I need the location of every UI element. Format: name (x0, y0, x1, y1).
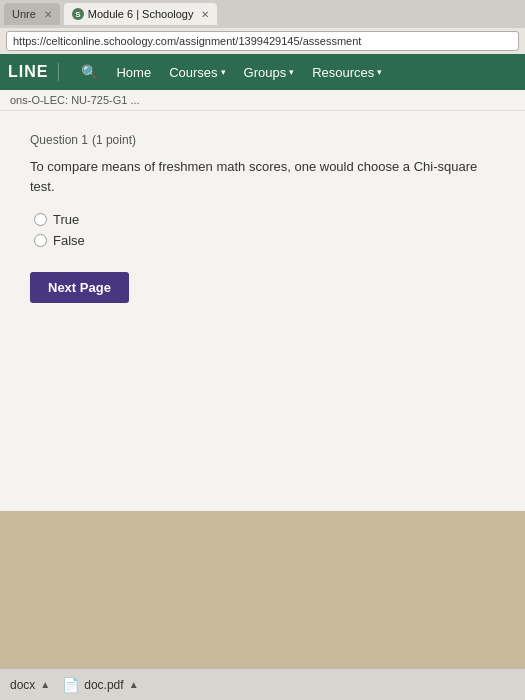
schoology-tab-icon: S (72, 8, 84, 20)
tab-inactive[interactable]: Unre ✕ (4, 3, 60, 25)
tab-inactive-label: Unre (12, 8, 36, 20)
nav-groups-label: Groups (244, 65, 287, 80)
groups-dropdown-icon: ▾ (289, 67, 294, 77)
nav-courses-label: Courses (169, 65, 217, 80)
taskbar-docx[interactable]: docx ▲ (10, 678, 50, 692)
tab-active[interactable]: S Module 6 | Schoology ✕ (64, 3, 218, 25)
search-icon[interactable]: 🔍 (81, 64, 98, 80)
address-bar-row: https://celticonline.schoology.com/assig… (0, 28, 525, 54)
question-points: (1 point) (92, 133, 136, 147)
docx-label: docx (10, 678, 35, 692)
pdf-label: doc.pdf (84, 678, 123, 692)
docx-arrow-icon: ▲ (40, 679, 50, 690)
nav-bar: LINE 🔍 Home Courses ▾ Groups ▾ Resources… (0, 54, 525, 90)
radio-group: True False (34, 212, 495, 248)
question-header: Question 1 (1 point) (30, 131, 495, 147)
nav-resources-label: Resources (312, 65, 374, 80)
radio-circle-false (34, 234, 47, 247)
tab-active-label: Module 6 | Schoology (88, 8, 194, 20)
tab-inactive-close[interactable]: ✕ (44, 9, 52, 20)
address-bar[interactable]: https://celticonline.schoology.com/assig… (6, 31, 519, 51)
tab-active-close[interactable]: ✕ (201, 9, 209, 20)
radio-label-false: False (53, 233, 85, 248)
radio-option-false[interactable]: False (34, 233, 495, 248)
taskbar: docx ▲ 📄 doc.pdf ▲ (0, 668, 525, 700)
pdf-arrow-icon: ▲ (129, 679, 139, 690)
tab-bar: Unre ✕ S Module 6 | Schoology ✕ (0, 0, 525, 28)
nav-item-resources[interactable]: Resources ▾ (312, 65, 382, 80)
breadcrumb: ons-O-LEC: NU-725-G1 ... (0, 90, 525, 111)
pdf-icon: 📄 (62, 677, 79, 693)
courses-dropdown-icon: ▾ (221, 67, 226, 77)
browser-chrome: Unre ✕ S Module 6 | Schoology ✕ https://… (0, 0, 525, 54)
nav-item-home[interactable]: Home (116, 65, 151, 80)
nav-home-label: Home (116, 65, 151, 80)
address-text: https://celticonline.schoology.com/assig… (13, 35, 361, 47)
resources-dropdown-icon: ▾ (377, 67, 382, 77)
radio-option-true[interactable]: True (34, 212, 495, 227)
breadcrumb-text: ons-O-LEC: NU-725-G1 ... (10, 94, 140, 106)
radio-label-true: True (53, 212, 79, 227)
nav-item-courses[interactable]: Courses ▾ (169, 65, 225, 80)
nav-logo: LINE (8, 63, 59, 81)
taskbar-pdf[interactable]: 📄 doc.pdf ▲ (62, 677, 138, 693)
nav-item-groups[interactable]: Groups ▾ (244, 65, 295, 80)
radio-circle-true (34, 213, 47, 226)
question-number: Question 1 (30, 133, 88, 147)
question-text: To compare means of freshmen math scores… (30, 157, 495, 196)
main-content: Question 1 (1 point) To compare means of… (0, 111, 525, 511)
next-page-button[interactable]: Next Page (30, 272, 129, 303)
